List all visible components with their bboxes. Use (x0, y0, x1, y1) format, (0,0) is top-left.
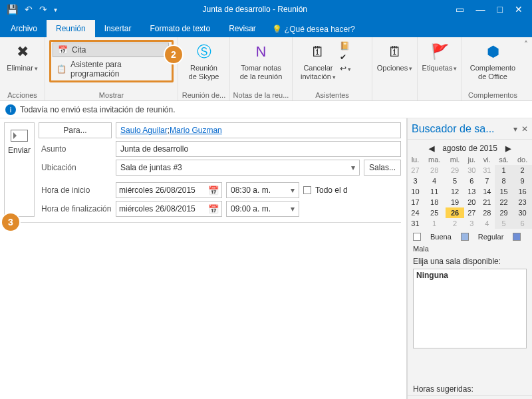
tab-formato[interactable]: Formato de texto (140, 20, 219, 37)
address-book-icon[interactable]: 📔 (340, 41, 351, 51)
message-body[interactable] (4, 222, 401, 395)
tab-archivo[interactable]: Archivo (0, 20, 47, 37)
tab-insertar[interactable]: Insertar (95, 20, 141, 37)
group-mostrar: Mostrar (45, 91, 178, 99)
recipient-1[interactable]: Saulo Aguilar (120, 126, 168, 135)
envelope-icon (11, 130, 28, 142)
calendar-day[interactable]: 29 (446, 165, 464, 176)
calendar-day[interactable]: 6 (464, 176, 479, 186)
para-button[interactable]: Para... (39, 122, 112, 138)
calendar-picker-icon[interactable]: 📅 (208, 186, 219, 196)
tab-reunion[interactable]: Reunión (47, 20, 95, 37)
qat-more-icon[interactable]: ▾ (54, 6, 57, 13)
calendar-day[interactable]: 4 (423, 176, 446, 186)
office-addin-button[interactable]: ⬢ Complemento de Office (466, 39, 520, 83)
calendar-day[interactable]: 4 (479, 218, 495, 229)
calendar-day[interactable]: 24 (408, 207, 423, 218)
to-field[interactable]: Saulo Aguilar; Mario Guzman (116, 122, 401, 138)
end-date-field[interactable]: miércoles 26/08/2015📅 (116, 201, 222, 217)
pane-menu-icon[interactable]: ▾ (513, 124, 517, 134)
cancel-invitation-button[interactable]: 🗓 Cancelar invitación (297, 39, 340, 83)
all-day-checkbox[interactable] (303, 186, 311, 194)
calendar-day[interactable]: 30 (513, 207, 532, 218)
calendar-day[interactable]: 26 (446, 207, 464, 218)
chevron-down-icon[interactable]: ▾ (351, 163, 355, 172)
tell-me[interactable]: 💡¿Qué desea hacer? (268, 21, 359, 37)
calendar-day[interactable]: 12 (446, 186, 464, 197)
calendar-day[interactable]: 20 (464, 197, 479, 207)
calendar-day[interactable]: 3 (408, 176, 423, 186)
calendar-day[interactable]: 25 (423, 207, 446, 218)
opciones-button[interactable]: 🗓 Opciones (376, 39, 413, 75)
calendar-day[interactable]: 6 (513, 218, 532, 229)
calendar-day[interactable]: 19 (446, 197, 464, 207)
etiquetas-button[interactable]: 🚩 Etiquetas (422, 39, 458, 75)
calendar-day[interactable]: 16 (513, 186, 532, 197)
maximize-icon[interactable]: □ (497, 4, 503, 15)
calendar-day[interactable]: 15 (495, 186, 513, 197)
redo-icon[interactable]: ↷ (39, 4, 47, 15)
collapse-ribbon-icon[interactable]: ˄ (524, 37, 532, 100)
calendar-day[interactable]: 31 (408, 218, 423, 229)
onenote-icon: N (251, 41, 272, 63)
calendar-day[interactable]: 2 (446, 218, 464, 229)
calendar-day[interactable]: 2 (513, 165, 532, 176)
eliminar-button[interactable]: ✖ Eliminar (4, 39, 41, 75)
calendar-day[interactable]: 1 (423, 218, 446, 229)
calendar-day[interactable]: 21 (479, 197, 495, 207)
calendar-day[interactable]: 28 (479, 207, 495, 218)
salas-button[interactable]: Salas... (364, 160, 401, 176)
calendar-day[interactable]: 28 (423, 165, 446, 176)
calendar-day[interactable]: 22 (495, 197, 513, 207)
calendar-day[interactable]: 14 (479, 186, 495, 197)
ribbon: ✖ Eliminar Acciones 📅 Cita 📋 Asistente p… (0, 37, 532, 101)
calendar-day[interactable]: 23 (513, 197, 532, 207)
send-button[interactable]: Enviar 3 (4, 122, 35, 217)
calendar-day[interactable]: 13 (464, 186, 479, 197)
calendar-day[interactable]: 30 (464, 165, 479, 176)
delete-icon: ✖ (12, 41, 33, 63)
recipient-2[interactable]: Mario Guzman (170, 126, 222, 135)
calendar-day[interactable]: 9 (513, 176, 532, 186)
calendar-day[interactable]: 29 (495, 207, 513, 218)
calendar-day[interactable]: 11 (423, 186, 446, 197)
undo-icon[interactable]: ↶ (25, 4, 33, 15)
minimize-icon[interactable]: — (476, 4, 485, 15)
calendar-day[interactable]: 7 (479, 176, 495, 186)
room-list[interactable]: Ninguna (413, 269, 527, 348)
room-none[interactable]: Ninguna (416, 271, 523, 280)
next-month-icon[interactable]: ▶ (505, 144, 511, 153)
calendar-picker-icon[interactable]: 📅 (208, 204, 219, 214)
close-icon[interactable]: ✕ (515, 4, 523, 15)
calendar-day[interactable]: 27 (408, 165, 423, 176)
calendar-day[interactable]: 8 (495, 176, 513, 186)
calendar-day[interactable]: 5 (495, 218, 513, 229)
ribbon-display-icon[interactable]: ▭ (456, 4, 464, 15)
mini-calendar[interactable]: lu.ma.mi.ju.vi.sá.do. 272829303112345678… (408, 154, 532, 229)
skype-meeting-button[interactable]: Ⓢ Reunión de Skype (182, 39, 225, 83)
asistente-programacion-button[interactable]: 📋 Asistente para programación (53, 59, 169, 80)
pane-close-icon[interactable]: ✕ (521, 124, 528, 134)
check-names-icon[interactable]: ✔ (340, 53, 351, 62)
responses-icon[interactable]: ↩ (340, 64, 351, 73)
group-skype: Reunión de... (178, 91, 229, 99)
start-time-field[interactable]: 08:30 a. m.▾ (226, 182, 299, 198)
save-icon[interactable]: 💾 (7, 4, 18, 15)
calendar-day[interactable]: 17 (408, 197, 423, 207)
start-date-field[interactable]: miércoles 26/08/2015📅 (116, 182, 222, 198)
location-field[interactable]: Sala de juntas #3▾ (116, 160, 360, 176)
calendar-day[interactable]: 1 (495, 165, 513, 176)
calendar-day[interactable]: 27 (464, 207, 479, 218)
calendar-day[interactable]: 5 (446, 176, 464, 186)
calendar-day[interactable]: 3 (464, 218, 479, 229)
tab-revisar[interactable]: Revisar (219, 20, 265, 37)
calendar-day[interactable]: 18 (423, 197, 446, 207)
meeting-notes-button[interactable]: N Tomar notas de la reunión (234, 39, 288, 83)
scheduling-icon: 📋 (57, 64, 66, 74)
calendar-day[interactable]: 31 (479, 165, 495, 176)
subject-field[interactable]: Junta de desarrollo (116, 141, 401, 157)
prev-month-icon[interactable]: ◀ (429, 144, 434, 153)
calendar-day[interactable]: 10 (408, 186, 423, 197)
end-time-field[interactable]: 09:00 a. m.▾ (226, 201, 299, 217)
cita-button[interactable]: 📅 Cita (53, 43, 169, 57)
